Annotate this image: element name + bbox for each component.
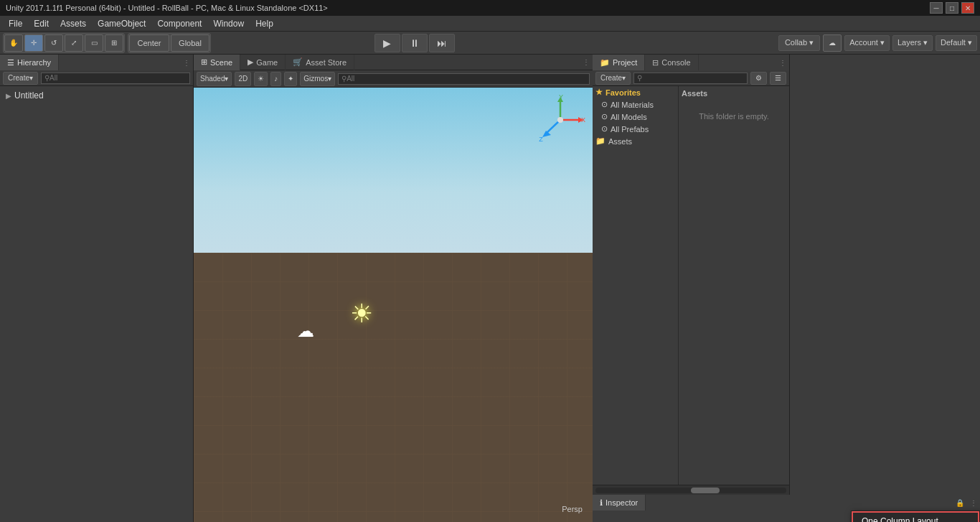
menu-help[interactable]: Help — [250, 17, 279, 30]
app-title: Unity 2017.1.1f1 Personal (64bit) - Unti… — [6, 4, 328, 12]
gizmos-dropdown[interactable]: Gizmos▾ — [300, 72, 335, 86]
dropdown-one-column[interactable]: One Column Layout — [852, 511, 979, 522]
tool-rotate[interactable]: ↺ — [44, 34, 63, 52]
tab-console[interactable]: ⊟ Console — [645, 55, 698, 70]
svg-text:Z: Z — [539, 136, 543, 143]
fav-all-models[interactable]: ⊙ All Models — [593, 111, 678, 123]
inspector-panel: ℹ Inspector 🔒 ⋮ One Column Layout ✓ Two … — [593, 495, 980, 522]
tab-inspector[interactable]: ℹ Inspector — [593, 495, 646, 511]
menu-window[interactable]: Window — [207, 17, 250, 30]
hierarchy-tab-row: ☰ Hierarchy ⋮ — [0, 55, 193, 70]
inspector-lock-icon[interactable]: 🔒 — [953, 495, 967, 511]
menu-gameobject[interactable]: GameObject — [92, 17, 151, 30]
tab-scene[interactable]: ⊞ Scene — [194, 55, 240, 70]
sky-background — [194, 88, 593, 261]
circle-icon-prefabs: ⊙ — [601, 124, 608, 134]
cloud-object: ☁ — [297, 321, 314, 341]
hierarchy-panel: ☰ Hierarchy ⋮ Create ▾ ▶ Untitled — [0, 55, 194, 522]
scene-tab-bar: ⊞ Scene ▶ Game 🛒 Asset Store ⋮ — [194, 55, 593, 70]
favorites-star-icon: ★ — [595, 88, 603, 97]
account-dropdown[interactable]: Account ▾ — [844, 35, 890, 51]
scene-tab-icon: ⊞ — [201, 57, 207, 67]
project-favorites-tree: ★ Favorites ⊙ All Materials ⊙ All Models… — [593, 86, 679, 485]
tool-hand[interactable]: ✋ — [4, 34, 23, 52]
shading-dropdown[interactable]: Shaded▾ — [197, 72, 232, 86]
tab-hierarchy[interactable]: ☰ Hierarchy — [0, 55, 59, 70]
persp-label: Persp — [562, 505, 583, 513]
step-button[interactable]: ⏭ — [429, 34, 455, 52]
project-split: ★ Favorites ⊙ All Materials ⊙ All Models… — [593, 86, 789, 485]
project-overflow[interactable]: ⋮ — [776, 55, 789, 70]
scene-overflow[interactable]: ⋮ — [580, 58, 593, 66]
layout-dropdown[interactable]: Default ▾ — [936, 35, 977, 51]
tool-move[interactable]: ✛ — [24, 34, 43, 52]
hierarchy-overflow[interactable]: ⋮ — [180, 55, 193, 70]
project-scrollbar[interactable] — [593, 485, 789, 495]
hierarchy-search-input[interactable] — [41, 73, 190, 84]
project-icon: 📁 — [600, 58, 610, 67]
svg-text:Y: Y — [559, 95, 563, 101]
inspector-info-icon: ℹ — [600, 498, 603, 508]
pivot-global-button[interactable]: Global — [171, 34, 209, 52]
assets-folder-icon: 📁 — [595, 136, 606, 146]
hierarchy-create-button[interactable]: Create ▾ — [3, 72, 38, 85]
ground-grid — [194, 253, 593, 522]
menu-edit[interactable]: Edit — [28, 17, 55, 30]
menu-file[interactable]: File — [3, 17, 28, 30]
scene-view: ⊞ Scene ▶ Game 🛒 Asset Store ⋮ Shaded▾ 2… — [194, 55, 593, 522]
transform-tools: ✋ ✛ ↺ ⤢ ▭ ⊞ — [3, 33, 125, 53]
fav-all-prefabs[interactable]: ⊙ All Prefabs — [593, 123, 678, 135]
hierarchy-icon: ☰ — [7, 58, 14, 67]
pivot-tools: Center Global — [128, 33, 211, 53]
project-create-button[interactable]: Create▾ — [595, 72, 631, 85]
menu-component[interactable]: Component — [151, 17, 207, 30]
right-panel: 📁 Project ⊟ Console ⋮ Create▾ ⚙ ☰ — [593, 55, 980, 522]
fx-button[interactable]: ✦ — [284, 72, 297, 86]
title-bar: Unity 2017.1.1f1 Personal (64bit) - Unti… — [0, 0, 980, 16]
2d-button[interactable]: 2D — [235, 72, 251, 86]
scene-canvas[interactable]: ☀ ☁ Persp — [194, 88, 593, 522]
favorites-label: ★ Favorites — [593, 86, 678, 98]
minimize-button[interactable]: ─ — [930, 2, 943, 14]
inspector-tab-row: ℹ Inspector 🔒 ⋮ — [593, 495, 980, 511]
scene-search-input[interactable] — [338, 73, 590, 85]
tool-rect[interactable]: ▭ — [85, 34, 103, 52]
project-search-input[interactable] — [633, 73, 748, 84]
maximize-button[interactable]: □ — [946, 2, 958, 14]
menu-assets[interactable]: Assets — [55, 17, 92, 30]
toolbar-right: Collab ▾ ☁ Account ▾ Layers ▾ Default ▾ — [778, 34, 977, 52]
tab-project[interactable]: 📁 Project — [593, 55, 645, 70]
project-view-toggle[interactable]: ☰ — [770, 72, 786, 85]
hierarchy-content: ▶ Untitled — [0, 86, 193, 522]
tool-multi[interactable]: ⊞ — [105, 34, 123, 52]
window-controls[interactable]: ─ □ ✕ — [930, 2, 974, 14]
play-button[interactable]: ▶ — [374, 34, 400, 52]
svg-text:X: X — [581, 116, 585, 123]
menu-bar: File Edit Assets GameObject Component Wi… — [0, 16, 980, 32]
project-assets-content: Assets This folder is empty. — [679, 86, 789, 485]
tab-asset-store[interactable]: 🛒 Asset Store — [286, 55, 354, 70]
lighting-button[interactable]: ☀ — [254, 72, 268, 86]
audio-button[interactable]: ♪ — [270, 72, 281, 86]
assets-header: Assets — [682, 89, 786, 98]
scrollbar-thumb[interactable] — [691, 488, 720, 493]
assets-tree-item[interactable]: 📁 Assets — [593, 135, 678, 147]
tab-game[interactable]: ▶ Game — [240, 55, 286, 70]
close-button[interactable]: ✕ — [961, 2, 974, 14]
pause-button[interactable]: ⏸ — [402, 34, 428, 52]
main-area: ☰ Hierarchy ⋮ Create ▾ ▶ Untitled ⊞ Scen… — [0, 55, 980, 522]
pivot-center-button[interactable]: Center — [129, 34, 169, 52]
tool-scale[interactable]: ⤢ — [65, 34, 83, 52]
project-search-options[interactable]: ⚙ — [750, 72, 767, 85]
collab-button[interactable]: Collab ▾ — [778, 35, 820, 51]
collab-label: Collab ▾ — [785, 38, 814, 47]
game-tab-icon: ▶ — [248, 57, 253, 67]
cloud-button[interactable]: ☁ — [823, 34, 842, 52]
inspector-overflow-button[interactable]: ⋮ — [967, 495, 980, 511]
hierarchy-item-untitled[interactable]: ▶ Untitled — [3, 89, 190, 102]
fav-all-materials[interactable]: ⊙ All Materials — [593, 98, 678, 111]
layers-dropdown[interactable]: Layers ▾ — [892, 35, 933, 51]
hierarchy-toolbar: Create ▾ — [0, 70, 193, 86]
sun-object: ☀ — [350, 299, 373, 329]
play-controls: ▶ ⏸ ⏭ — [374, 34, 455, 52]
